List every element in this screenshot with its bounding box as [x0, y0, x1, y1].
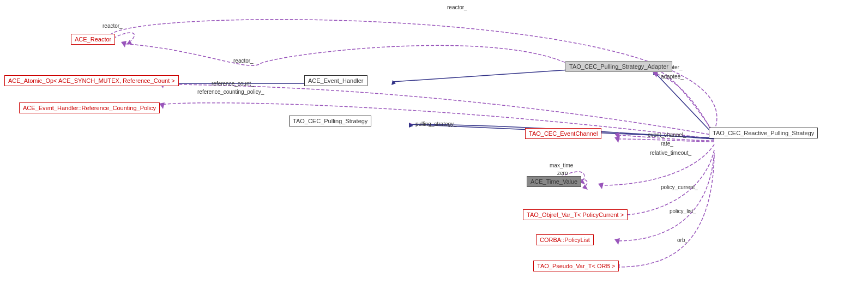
node-tao-cec-pulling-strategy-adapter[interactable]: TAO_CEC_Pulling_Strategy_Adapter: [565, 61, 672, 72]
node-tao-cec-event-channel[interactable]: TAO_CEC_EventChannel: [525, 128, 601, 139]
svg-marker-18: [598, 183, 604, 189]
svg-marker-20: [582, 184, 588, 190]
node-ace-atomic-op[interactable]: ACE_Atomic_Op< ACE_SYNCH_MUTEX, Referenc…: [4, 75, 179, 86]
svg-marker-13: [409, 123, 413, 128]
node-corba-policylist[interactable]: CORBA::PolicyList: [536, 234, 594, 245]
label-policy-current: policy_current_: [661, 184, 698, 190]
svg-marker-22: [614, 238, 620, 245]
label-reactor-top: reactor_: [447, 4, 467, 10]
label-zero: zero: [557, 170, 568, 176]
node-ace-reactor[interactable]: ACE_Reactor: [71, 34, 115, 45]
svg-line-9: [654, 72, 714, 135]
label-adaptee: adaptee_: [661, 74, 684, 80]
label-max-time: max_time: [550, 162, 573, 168]
svg-marker-1: [121, 41, 126, 47]
label-pulling-strategy: pulling_strategy_: [415, 121, 457, 127]
label-reference-counting-policy: reference_counting_policy_: [197, 89, 264, 95]
svg-marker-4: [159, 102, 165, 109]
node-ace-event-handler[interactable]: ACE_Event_Handler: [304, 75, 367, 86]
label-rate: rate_: [661, 141, 673, 147]
node-ace-event-handler-rcp[interactable]: ACE_Event_Handler::Reference_Counting_Po…: [19, 102, 160, 113]
label-relative-timeout: relative_timeout_: [650, 150, 691, 156]
svg-marker-17: [614, 136, 620, 143]
label-reference-count: reference_count_: [212, 81, 254, 87]
edges-svg: [0, 0, 868, 284]
label-policy-list: policy_list_: [670, 208, 696, 214]
svg-line-7: [393, 70, 569, 82]
diagram-container: reactor_ reactor_ reactor_ reference_cou…: [0, 0, 868, 284]
svg-marker-8: [391, 80, 396, 85]
node-tao-cec-pulling-strategy[interactable]: TAO_CEC_Pulling_Strategy: [289, 116, 371, 126]
node-tao-pseudo-var[interactable]: TAO_Pseudo_Var_T< ORB >: [533, 261, 619, 271]
label-event-channel: event_channel_: [648, 132, 686, 138]
node-tao-objref-var[interactable]: TAO_Objref_Var_T< PolicyCurrent >: [523, 209, 628, 220]
label-orb: orb_: [677, 237, 688, 243]
label-reactor-mid: reactor_: [233, 58, 254, 64]
node-ace-time-value[interactable]: ACE_Time_Value: [527, 176, 581, 187]
label-reactor-left: reactor_: [103, 23, 123, 29]
node-tao-cec-reactive-pulling[interactable]: TAO_CEC_Reactive_Pulling_Strategy: [709, 128, 818, 138]
